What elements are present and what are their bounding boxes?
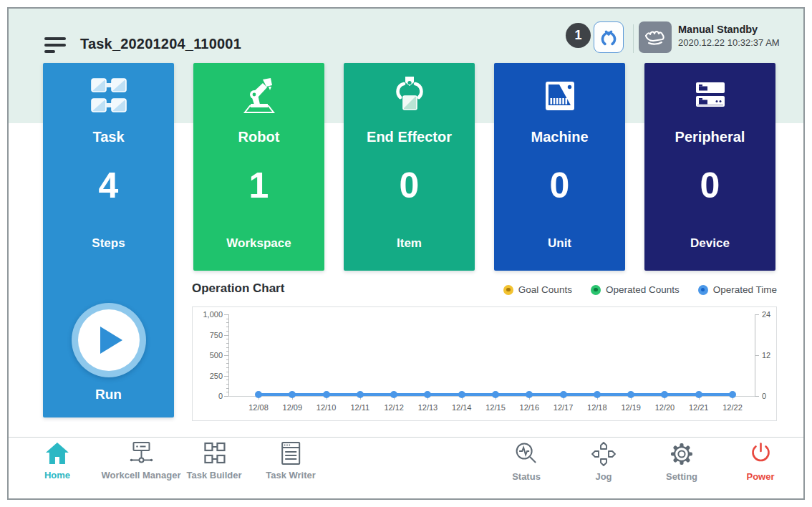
- data-point: [695, 391, 702, 398]
- operated-counts-dot-icon: [591, 285, 601, 295]
- x-axis-label: 12/14: [446, 403, 478, 412]
- nav-divider: [9, 437, 803, 438]
- card-unit: Unit: [494, 236, 625, 251]
- x-axis-label: 12/21: [683, 403, 715, 412]
- data-point: [729, 391, 736, 398]
- right-axis-label: 0: [762, 392, 766, 400]
- nav-home[interactable]: Home: [44, 441, 70, 481]
- peripheral-icon: [644, 73, 775, 119]
- legend-operated-time: Operated Time: [698, 284, 777, 295]
- left-major-tick: [224, 314, 228, 315]
- card-label: Machine: [494, 129, 625, 145]
- left-minor-tick: [226, 359, 228, 360]
- data-point: [289, 391, 296, 398]
- left-major-tick: [224, 335, 228, 336]
- left-minor-tick: [226, 343, 228, 344]
- left-minor-tick: [226, 367, 228, 368]
- x-axis-label: 12/12: [378, 403, 410, 412]
- status-title: Manual Standby: [678, 24, 780, 35]
- end-effector-card[interactable]: End Effector 0 Item: [344, 63, 475, 271]
- x-axis-label: 12/11: [344, 403, 376, 412]
- hand-icon: [643, 27, 667, 47]
- operated-time-dot-icon: [698, 285, 708, 295]
- data-point: [627, 391, 634, 398]
- left-axis-label: 750: [194, 331, 223, 339]
- workcell-manager-icon: [126, 441, 156, 465]
- left-minor-tick: [226, 392, 228, 392]
- left-major-tick: [224, 355, 228, 356]
- data-point: [594, 391, 601, 398]
- jog-icon: [590, 441, 617, 467]
- data-point: [357, 391, 364, 398]
- x-axis-label: 12/22: [717, 403, 748, 412]
- x-axis-label: 12/17: [548, 403, 579, 412]
- run-button[interactable]: [72, 303, 146, 377]
- task-card[interactable]: Task 4 Steps Run: [43, 63, 174, 417]
- left-minor-tick: [226, 351, 228, 352]
- card-unit: Workspace: [193, 236, 324, 251]
- left-minor-tick: [226, 347, 228, 348]
- card-value: 0: [344, 162, 475, 209]
- header-divider: [633, 24, 634, 53]
- right-major-tick: [755, 355, 759, 356]
- card-value: 0: [494, 162, 625, 209]
- end-effector-icon: [344, 73, 475, 119]
- right-axis-label: 24: [762, 310, 770, 319]
- robot-arm-icon: [193, 73, 324, 119]
- nav-task-writer[interactable]: Task Writer: [266, 441, 316, 481]
- legend-goal-counts: Goal Counts: [503, 284, 572, 295]
- nav-status[interactable]: Status: [512, 441, 541, 482]
- card-value: 0: [644, 162, 775, 209]
- data-point: [492, 391, 499, 398]
- left-axis-label: 1,000: [194, 310, 223, 319]
- peripheral-card[interactable]: Peripheral 0 Device: [644, 63, 775, 271]
- data-point: [560, 391, 567, 398]
- card-label: Peripheral: [644, 129, 775, 145]
- right-axis-label: 12: [762, 351, 770, 359]
- status-timestamp: 2020.12.22 10:32:37 AM: [678, 37, 780, 48]
- gripper-icon: [599, 26, 619, 48]
- machine-card[interactable]: Machine 0 Unit: [494, 63, 625, 271]
- nav-power[interactable]: Power: [746, 441, 774, 482]
- x-axis-label: 12/20: [649, 403, 680, 412]
- menu-button[interactable]: [44, 36, 67, 54]
- legend-operated-counts: Operated Counts: [591, 284, 680, 295]
- notification-badge[interactable]: 1: [566, 23, 591, 48]
- nav-workcell-manager[interactable]: Workcell Manager: [101, 441, 180, 481]
- tool-button[interactable]: [594, 21, 624, 53]
- card-unit: Device: [644, 236, 775, 251]
- card-value: 1: [193, 162, 324, 209]
- data-point: [390, 391, 397, 398]
- nav-setting[interactable]: Setting: [666, 441, 697, 482]
- x-axis-label: 12/10: [311, 403, 342, 412]
- left-minor-tick: [226, 331, 228, 332]
- x-axis-label: 12/15: [480, 403, 511, 412]
- chart-legend: Goal Counts Operated Counts Operated Tim…: [192, 284, 777, 295]
- left-minor-tick: [226, 372, 228, 372]
- left-axis-label: 250: [194, 372, 223, 380]
- nav-jog[interactable]: Jog: [590, 441, 617, 482]
- data-point: [661, 391, 668, 398]
- left-minor-tick: [226, 380, 228, 380]
- play-icon: [78, 309, 140, 371]
- operation-chart: 1,00075050025002412012/0812/0912/1012/11…: [192, 306, 777, 421]
- left-axis-label: 500: [194, 351, 223, 359]
- data-point: [424, 391, 431, 398]
- robot-card[interactable]: Robot 1 Workspace: [193, 63, 324, 271]
- card-unit: Item: [344, 236, 475, 251]
- run-label: Run: [43, 387, 174, 402]
- home-icon: [44, 441, 70, 465]
- power-icon: [748, 441, 773, 467]
- right-major-tick: [755, 396, 759, 397]
- nav-task-builder[interactable]: Task Builder: [186, 441, 241, 481]
- robot-status: Manual Standby 2020.12.22 10:32:37 AM: [678, 24, 780, 48]
- left-minor-tick: [226, 363, 228, 364]
- data-point: [255, 391, 262, 398]
- goal-counts-dot-icon: [503, 285, 513, 295]
- x-axis-label: 12/16: [513, 403, 545, 412]
- mode-indicator[interactable]: [639, 21, 672, 53]
- x-axis-label: 12/13: [412, 403, 443, 412]
- card-label: End Effector: [344, 129, 475, 145]
- x-axis-label: 12/09: [276, 403, 308, 412]
- left-axis-line: [228, 314, 229, 396]
